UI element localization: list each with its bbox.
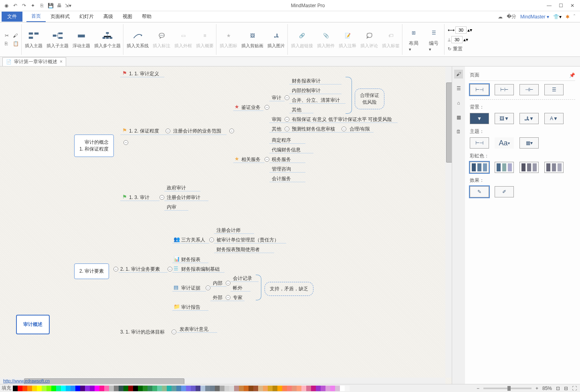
- theme-thumb[interactable]: ⊢⊣: [470, 137, 489, 149]
- leaf[interactable]: 合理/有限: [350, 126, 370, 133]
- pin-icon[interactable]: 📌: [569, 72, 575, 78]
- color-swatch[interactable]: [172, 386, 176, 391]
- color-swatch[interactable]: [138, 386, 143, 391]
- color-swatch[interactable]: [157, 386, 162, 391]
- copy-icon[interactable]: ⎘: [5, 41, 9, 46]
- color-swatch[interactable]: [215, 386, 220, 391]
- leaf[interactable]: 其他: [292, 107, 301, 113]
- leaf[interactable]: 注册会计师审计: [167, 194, 200, 201]
- color-swatch[interactable]: [191, 386, 196, 391]
- color-swatch[interactable]: [210, 386, 215, 391]
- float-topic-button[interactable]: 浮动主题: [73, 30, 90, 49]
- paste-icon[interactable]: 📋: [13, 41, 19, 46]
- leaf[interactable]: 内部控制审计: [292, 87, 321, 94]
- tab-view[interactable]: 视图: [118, 12, 137, 22]
- file-menu-button[interactable]: 文件: [2, 12, 22, 22]
- color-swatch[interactable]: [220, 386, 224, 391]
- insert-icon-button[interactable]: ★插入图标: [220, 30, 237, 49]
- callout[interactable]: 合理保证低风险: [355, 88, 384, 109]
- shirt-icon[interactable]: 👕▾: [553, 14, 562, 20]
- number-button[interactable]: ☰编号▾: [426, 27, 442, 52]
- url-link[interactable]: http://www.edrawsoft.cn: [3, 378, 50, 383]
- insert-topic-button[interactable]: 插入主题: [25, 30, 42, 49]
- color-swatch[interactable]: [133, 386, 138, 391]
- toggle-icon[interactable]: −: [265, 105, 269, 110]
- color-swatch[interactable]: [176, 386, 181, 391]
- share-icon[interactable]: �分: [507, 13, 516, 20]
- leaf[interactable]: 财务报表审计: [292, 78, 321, 84]
- clipart-button[interactable]: 🖼插入剪贴画: [241, 30, 263, 49]
- color-swatch[interactable]: [22, 386, 27, 391]
- horizontal-scrollbar[interactable]: [0, 378, 445, 384]
- node-threeparty[interactable]: 三方关系人: [181, 237, 205, 243]
- toggle-icon[interactable]: −: [285, 127, 289, 131]
- node-1-2[interactable]: 1. 2. 保证程度: [129, 128, 159, 135]
- color-palette[interactable]: [13, 386, 350, 391]
- color-swatch[interactable]: [56, 386, 61, 391]
- node-audit[interactable]: 审计: [272, 94, 281, 101]
- toggle-icon[interactable]: −: [342, 127, 346, 131]
- relation-button[interactable]: 插入关系线: [127, 30, 149, 49]
- color-swatch[interactable]: [143, 386, 148, 391]
- multi-topic-button[interactable]: 插入多个主题: [94, 30, 121, 49]
- reset-button[interactable]: ↻ 重置: [448, 46, 472, 52]
- node-related[interactable]: 相关服务: [241, 156, 261, 163]
- leaf[interactable]: 有限保证 有意义 低于审计保证水平 可接受风险: [292, 116, 392, 123]
- effect-thumb[interactable]: ✎: [470, 186, 489, 197]
- history-tab-icon[interactable]: 🗓: [454, 127, 463, 136]
- color-swatch[interactable]: [167, 386, 172, 391]
- leaf[interactable]: 注册会计师: [216, 227, 240, 234]
- color-swatch[interactable]: [114, 386, 119, 391]
- color-swatch[interactable]: [66, 386, 71, 391]
- export-icon[interactable]: ⇲▾: [65, 2, 71, 9]
- color-swatch[interactable]: [282, 386, 287, 391]
- bg-thumb[interactable]: ▼: [470, 113, 489, 124]
- brand-label[interactable]: MindMaster ▾: [520, 14, 549, 20]
- tab-advanced[interactable]: 高级: [99, 12, 118, 22]
- color-swatch[interactable]: [37, 386, 42, 391]
- color-swatch[interactable]: [263, 386, 268, 391]
- theme-thumb[interactable]: ▦▾: [519, 137, 539, 149]
- note-button[interactable]: 📝插入注释: [339, 30, 356, 49]
- leaf[interactable]: 会计服务: [272, 175, 291, 182]
- color-swatch[interactable]: [205, 386, 210, 391]
- color-swatch[interactable]: [335, 386, 340, 391]
- leaf[interactable]: 财务报表预期使用者: [216, 246, 260, 253]
- leaf[interactable]: 财务报表编制基础: [181, 266, 220, 273]
- font-thumb[interactable]: Aa▾: [495, 137, 514, 149]
- leaf[interactable]: 审计报告: [181, 304, 200, 311]
- open-icon[interactable]: ⎘: [38, 2, 45, 9]
- color-swatch[interactable]: [321, 386, 325, 391]
- leaf[interactable]: 税务服务: [272, 156, 291, 163]
- close-tab-icon[interactable]: ×: [60, 59, 63, 64]
- color-swatch[interactable]: [273, 386, 277, 391]
- toggle-icon[interactable]: −: [113, 267, 118, 271]
- toggle-icon[interactable]: −: [265, 157, 269, 162]
- color-swatch[interactable]: [301, 386, 306, 391]
- leaf[interactable]: 专家: [233, 294, 243, 301]
- color-swatch[interactable]: [268, 386, 273, 391]
- node-jianzheng[interactable]: 鉴证业务: [241, 104, 261, 111]
- hyperlink-button[interactable]: 🔗插入超链接: [291, 30, 313, 49]
- layout-thumb[interactable]: ⊢⊣: [470, 84, 489, 95]
- fit-width-icon[interactable]: ⊟: [564, 386, 568, 391]
- node-internal[interactable]: 内部: [213, 280, 222, 287]
- globe-icon[interactable]: ◉: [3, 2, 10, 9]
- leaf[interactable]: 被审计单位管理层（责任方）: [216, 237, 279, 243]
- zoom-in-icon[interactable]: +: [536, 386, 538, 391]
- color-swatch[interactable]: [95, 386, 99, 391]
- toggle-icon[interactable]: −: [229, 129, 234, 133]
- color-swatch[interactable]: [224, 386, 229, 391]
- node-1-1[interactable]: 1. 1. 审计定义: [129, 70, 159, 77]
- color-swatch[interactable]: [46, 386, 51, 391]
- tab-slideshow[interactable]: 幻灯片: [75, 12, 99, 22]
- fit-page-icon[interactable]: ⊡: [556, 386, 560, 391]
- canvas[interactable]: 审计概述 1. 审计的概念和保证程度 − ⚑ 1. 1. 审计定义 ⚑ 1. 2…: [0, 66, 452, 384]
- color-swatch[interactable]: [148, 386, 152, 391]
- layout-thumb[interactable]: ☰: [544, 84, 564, 95]
- effect-thumb[interactable]: ✐: [495, 186, 514, 197]
- zoom-out-icon[interactable]: −: [477, 386, 479, 391]
- toggle-icon[interactable]: −: [123, 140, 128, 145]
- color-swatch[interactable]: [123, 386, 128, 391]
- leaf[interactable]: 发表审计意见: [180, 326, 208, 333]
